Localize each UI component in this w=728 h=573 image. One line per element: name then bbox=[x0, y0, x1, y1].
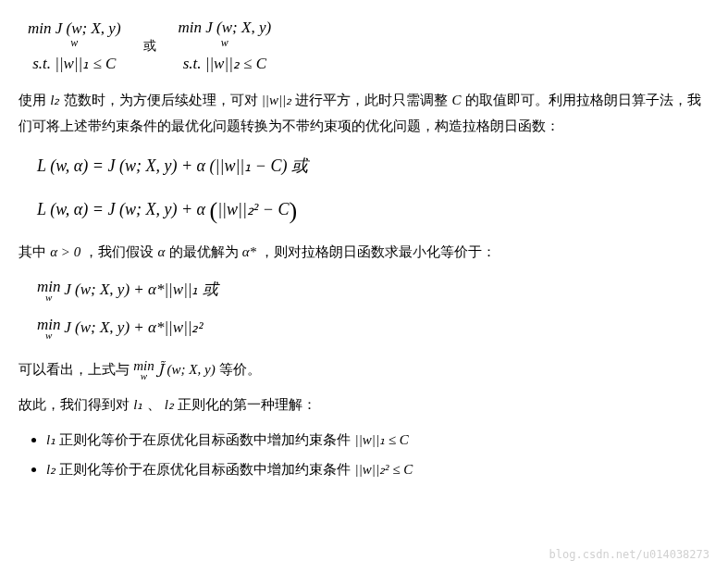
min-text-r: min J (w; X, y) bbox=[179, 19, 272, 36]
alpha-sym: α bbox=[158, 244, 166, 259]
w-norm2: ||w||₂ bbox=[262, 93, 292, 107]
l2-symbol: l₂ bbox=[50, 93, 59, 107]
list-item: l₁ 正则化等价于在原优化目标函数中增加约束条件 ||w||₁ ≤ C bbox=[46, 427, 709, 453]
or-text: 或 bbox=[143, 34, 156, 57]
l1-symbol: l₁ bbox=[133, 397, 142, 412]
alpha-pos: α > 0 bbox=[50, 244, 80, 259]
min-eq-1: min w J (w; X, y) + α*||w||₁ 或 bbox=[28, 276, 709, 305]
st-right: s.t. ||w||₂ ≤ C bbox=[183, 53, 266, 75]
min-text: min J (w; X, y) bbox=[28, 21, 121, 35]
min-sub: w bbox=[70, 35, 78, 51]
top-constraint-block: min J (w; X, y) w s.t. ||w||₁ ≤ C 或 min … bbox=[28, 17, 709, 74]
paragraph-3: 可以看出，上式与 min w J̃ (w; X, y) 等价。 bbox=[19, 356, 709, 382]
st-left: s.t. ||w||₁ ≤ C bbox=[32, 53, 116, 75]
paragraph-2: 其中 α > 0 ，我们假设 α 的最优解为 α* ，则对拉格朗日函数求最小化等… bbox=[19, 239, 709, 265]
l2-symbol-b: l₂ bbox=[165, 397, 174, 412]
j-tilde: J̃ (w; X, y) bbox=[158, 362, 216, 377]
min-sub-r: w bbox=[221, 35, 228, 51]
C-symbol: C bbox=[452, 93, 462, 107]
constraint-2: ||w||₂² ≤ C bbox=[355, 462, 413, 477]
paragraph-4: 故此，我们得到对 l₁ 、 l₂ 正则化的第一种理解： bbox=[19, 392, 709, 417]
constraint-1: ||w||₁ ≤ C bbox=[355, 432, 409, 447]
lagrange-eq-1: L (w, α) = J (w; X, y) + α (||w||₁ − C) … bbox=[28, 151, 709, 181]
list-item: l₂ 正则化等价于在原优化目标函数中增加约束条件 ||w||₂² ≤ C bbox=[46, 456, 709, 482]
alpha-star: α* bbox=[242, 244, 256, 259]
min-eq-2: min w J (w; X, y) + α*||w||₂² bbox=[28, 314, 709, 343]
paragraph-1: 使用 l₂ 范数时，为方便后续处理，可对 ||w||₂ 进行平方，此时只需调整 … bbox=[19, 87, 709, 138]
bullet-list: l₁ 正则化等价于在原优化目标函数中增加约束条件 ||w||₁ ≤ C l₂ 正… bbox=[46, 427, 709, 482]
lagrange-eq-2: L (w, α) = J (w; X, y) + α (||w||₂² − C) bbox=[28, 194, 709, 224]
